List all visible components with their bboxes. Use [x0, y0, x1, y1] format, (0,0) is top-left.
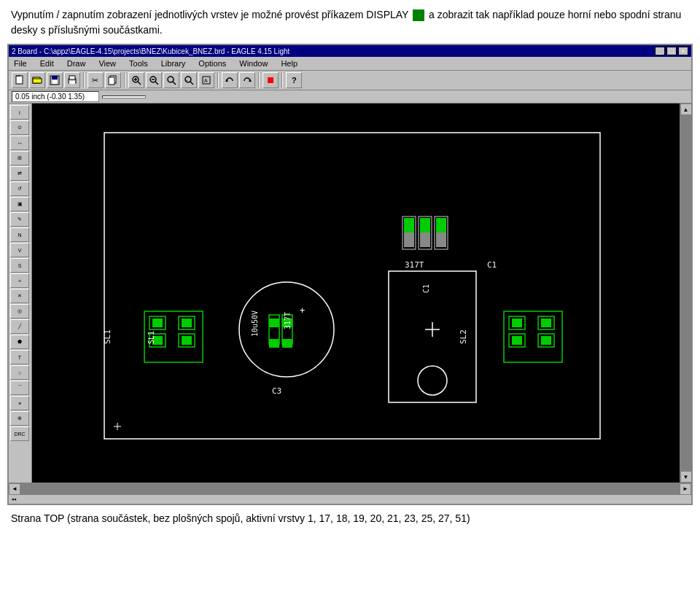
toolbar-stop[interactable] [262, 72, 279, 88]
menu-edit[interactable]: Edit [38, 58, 56, 69]
display-icon [413, 9, 424, 21]
left-btn-name[interactable]: N [10, 227, 29, 242]
scroll-up-button[interactable]: ▲ [680, 104, 692, 115]
svg-text:SL2: SL2 [459, 329, 468, 344]
left-btn-drc[interactable]: DRC [10, 426, 29, 441]
toolbar-sep2 [124, 73, 125, 87]
menu-file[interactable]: File [12, 58, 29, 69]
left-btn-ratsnest[interactable]: ⊕ [10, 411, 29, 426]
svg-rect-79 [436, 233, 446, 247]
svg-line-21 [173, 82, 176, 85]
left-btn-text[interactable]: T [10, 350, 29, 364]
menu-view[interactable]: View [96, 58, 118, 69]
menu-help[interactable]: Help [279, 58, 300, 69]
left-btn-circle[interactable]: ○ [10, 365, 29, 380]
left-btn-optimize[interactable]: ≡ [10, 396, 29, 410]
svg-rect-38 [269, 319, 279, 327]
bottom-scrollbar: ◄ ► [9, 483, 691, 494]
toolbar-zoom-fit[interactable] [163, 72, 179, 88]
svg-rect-9 [69, 81, 75, 84]
toolbar-open[interactable] [29, 72, 45, 88]
toolbar-sep1 [83, 73, 85, 87]
toolbar-print[interactable] [64, 72, 80, 88]
svg-rect-6 [52, 80, 57, 84]
svg-rect-78 [420, 233, 430, 247]
pcb-canvas: + C3 10u50V SL1 [32, 104, 680, 483]
toolbar-zoom-prev[interactable]: - [181, 72, 197, 88]
status-indicator: ▪▪ [12, 496, 16, 503]
left-btn-info[interactable]: i [10, 105, 29, 120]
left-btn-rotate[interactable]: ↺ [10, 182, 29, 196]
menu-tools[interactable]: Tools [127, 58, 150, 69]
svg-rect-50 [152, 319, 163, 327]
close-button[interactable]: × [678, 47, 688, 55]
window-status: ▪▪ [9, 494, 691, 504]
toolbar-redo[interactable] [239, 72, 255, 88]
menu-bar: File Edit Draw View Tools Library option… [9, 57, 691, 71]
menu-window[interactable]: Window [237, 58, 270, 69]
toolbar-save[interactable] [47, 72, 63, 88]
maximize-button[interactable]: □ [666, 47, 677, 55]
status-input[interactable] [102, 95, 146, 98]
status-field: 0.05 inch (-0.30 1.35) [12, 91, 99, 102]
left-btn-smash[interactable]: S [10, 258, 29, 273]
toolbar-help[interactable]: ? [286, 72, 302, 88]
svg-rect-31 [39, 104, 673, 483]
menu-options[interactable]: options [196, 58, 228, 69]
svg-rect-77 [404, 233, 414, 247]
scroll-right-button[interactable]: ► [680, 483, 691, 495]
svg-rect-3 [33, 79, 42, 83]
main-area: i ⊙ ↔ ⊞ ⇌ ↺ ▣ ✎ N V S + ✕ ◎ ╱ ⬟ T ○ ⌒ ≡ … [9, 104, 691, 483]
svg-text:10u50V: 10u50V [251, 311, 259, 337]
svg-line-23 [190, 82, 193, 85]
left-btn-polygon[interactable]: ⬟ [10, 335, 29, 349]
scroll-track-right[interactable] [680, 115, 692, 471]
toolbar-cut[interactable]: ✂ [88, 72, 104, 88]
menu-library[interactable]: Library [159, 58, 188, 69]
svg-rect-8 [69, 76, 75, 79]
left-btn-value[interactable]: V [10, 243, 29, 257]
left-btn-via[interactable]: ◎ [10, 304, 29, 319]
minimize-button[interactable]: _ [655, 47, 665, 55]
svg-line-14 [138, 82, 141, 85]
toolbar-new[interactable] [12, 72, 28, 88]
svg-text:C3: C3 [272, 386, 281, 396]
svg-rect-29 [268, 77, 273, 83]
bottom-text: Strana TOP (strana součástek, bez plošný… [0, 505, 700, 534]
canvas-area[interactable]: + C3 10u50V SL1 [32, 104, 680, 483]
left-btn-copy2[interactable]: ⊞ [10, 151, 29, 165]
left-toolbar: i ⊙ ↔ ⊞ ⇌ ↺ ▣ ✎ N V S + ✕ ◎ ╱ ⬟ T ○ ⌒ ≡ … [9, 104, 32, 483]
left-btn-move[interactable]: ↔ [10, 136, 29, 150]
scroll-left-button[interactable]: ◄ [9, 483, 20, 495]
window-title: 2 Board - C:\appz\EAGLE-4.15\projects\BN… [12, 47, 289, 55]
svg-rect-76 [436, 218, 446, 233]
intro-text: Vypnutím / zapnutím zobrazení jednotlivý… [11, 9, 408, 20]
left-btn-add[interactable]: + [10, 273, 29, 288]
left-btn-cmd[interactable]: ⊙ [10, 120, 29, 135]
toolbar-sep4 [258, 73, 260, 87]
toolbar-undo[interactable] [222, 72, 238, 88]
toolbar-zoom-out[interactable] [146, 72, 162, 88]
left-btn-delete[interactable]: ✕ [10, 289, 29, 303]
toolbar-copy[interactable] [105, 72, 121, 88]
toolbar-zoom-in[interactable] [128, 72, 144, 88]
svg-rect-41 [282, 339, 292, 348]
scroll-track-bottom[interactable] [20, 483, 680, 495]
svg-text:317T: 317T [405, 260, 424, 270]
svg-rect-39 [269, 339, 279, 348]
toolbar-zoom-all[interactable]: A [198, 72, 214, 88]
left-btn-wire[interactable]: ╱ [10, 319, 29, 334]
left-btn-mirror[interactable]: ⇌ [10, 166, 29, 181]
left-btn-arc[interactable]: ⌒ [10, 381, 29, 395]
svg-rect-5 [52, 76, 58, 79]
svg-text:✂: ✂ [92, 76, 98, 85]
svg-rect-0 [16, 76, 23, 84]
svg-rect-60 [512, 319, 522, 327]
svg-rect-61 [512, 336, 522, 345]
left-btn-group[interactable]: ▣ [10, 197, 29, 211]
menu-draw[interactable]: Draw [65, 58, 88, 69]
left-btn-change[interactable]: ✎ [10, 212, 29, 227]
svg-text:A: A [204, 78, 208, 83]
scroll-down-button[interactable]: ▼ [680, 471, 692, 483]
right-scrollbar: ▲ ▼ [680, 104, 691, 483]
